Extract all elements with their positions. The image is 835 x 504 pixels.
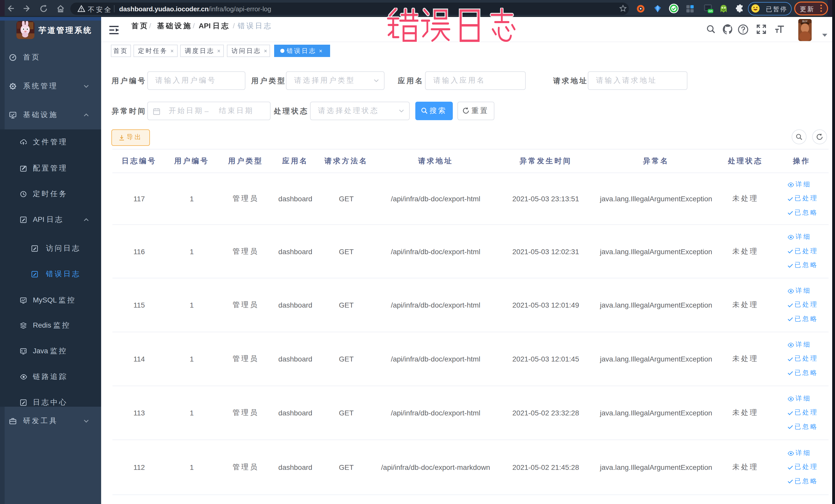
svg-text:on: on (709, 9, 713, 13)
svg-text:BUY: BUY (802, 20, 808, 23)
